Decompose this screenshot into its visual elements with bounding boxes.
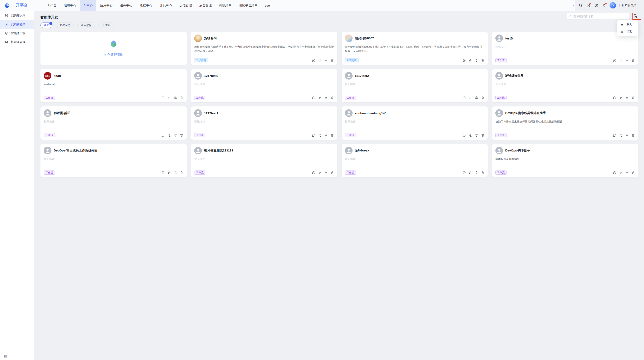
agent-card[interactable]: 知识问答0807 欢迎使用知识问答0807！我们基于《孔雀东南飞》《岳阳楼记》《… [342, 32, 488, 65]
comment-icon[interactable] [613, 96, 616, 100]
edit-icon[interactable] [619, 171, 622, 174]
settings-icon[interactable] [625, 96, 629, 100]
menu-item[interactable]: 流程中心 [136, 0, 156, 11]
delete-icon[interactable] [481, 133, 484, 137]
edit-icon[interactable] [168, 171, 171, 174]
delete-icon[interactable] [180, 171, 183, 174]
delete-icon[interactable] [632, 96, 635, 100]
filter-chip[interactable]: 销售教练 [77, 23, 95, 28]
comment-icon[interactable] [462, 59, 466, 62]
filter-chip[interactable]: 全部 ✓ [40, 23, 52, 28]
dropdown-item[interactable]: 导出 [617, 28, 638, 35]
agent-card[interactable]: 循环变量测试123123 暂无描述 工作流 [191, 144, 337, 177]
comment-icon[interactable] [312, 133, 316, 137]
help-icon[interactable] [594, 3, 598, 8]
menu-item[interactable]: 工作台 [43, 0, 60, 11]
settings-icon[interactable] [625, 59, 629, 62]
menu-item[interactable]: 运维管理 [176, 0, 196, 11]
agent-card[interactable]: 1217test3 暂无描述 工作流 [191, 69, 337, 102]
agent-card[interactable]: 1217test2 暂无描述 工作流 [342, 69, 488, 102]
edit-icon[interactable] [468, 133, 472, 137]
comment-icon[interactable] [462, 96, 466, 100]
delete-icon[interactable] [481, 59, 484, 62]
edit-icon[interactable] [468, 59, 472, 62]
assistant-avatar[interactable] [610, 2, 616, 9]
brand-logo[interactable]: 一开平台 [0, 3, 35, 8]
edit-icon[interactable] [468, 96, 472, 100]
settings-icon[interactable] [475, 59, 478, 62]
menu-overflow-chevron-icon[interactable]: › [573, 0, 574, 11]
agent-card[interactable]: DevOps-脚本助手 脚本检查及脚本编写。 工作流 [492, 144, 638, 177]
agent-card[interactable]: 宠物咨询 欢迎来到宠物咨询助手！我们致力于为您提供全面的宠物养护知识和专业建议。… [191, 32, 337, 65]
comment-icon[interactable] [613, 59, 616, 62]
search-input[interactable] [574, 15, 627, 18]
delete-icon[interactable] [632, 171, 635, 174]
collapse-sidebar-icon[interactable] [3, 355, 8, 359]
delete-icon[interactable] [330, 96, 334, 100]
settings-icon[interactable] [475, 171, 478, 174]
delete-icon[interactable] [330, 171, 334, 174]
agent-card[interactable]: GPL soab soabsoab 工作流 [40, 69, 186, 102]
delete-icon[interactable] [180, 133, 183, 137]
menu-item[interactable]: 测试平台菜单 [235, 0, 261, 11]
import-export-icon[interactable] [633, 14, 638, 19]
edit-icon[interactable] [168, 133, 171, 137]
delete-icon[interactable] [330, 133, 334, 137]
comment-icon[interactable] [161, 96, 165, 100]
delete-icon[interactable] [330, 59, 334, 62]
comment-icon[interactable] [312, 59, 316, 62]
comment-icon[interactable] [161, 133, 165, 137]
agent-card[interactable]: 稀饭粥-循环 暂无描述 工作流 [40, 106, 186, 140]
delete-icon[interactable] [481, 171, 484, 174]
menu-item[interactable]: 后台管理 [196, 0, 215, 11]
settings-icon[interactable] [475, 96, 478, 100]
menu-item[interactable]: 组织中心 [60, 0, 80, 11]
menu-item[interactable]: 应用中心 [96, 0, 116, 11]
user-area[interactable]: 租户管理员 [620, 4, 636, 7]
agent-card[interactable]: 1217test1 暂无描述 工作流 [191, 106, 337, 140]
sidebar-item[interactable]: 我的知识库 [0, 11, 34, 20]
comment-icon[interactable] [613, 133, 616, 137]
edit-icon[interactable] [619, 96, 622, 100]
filter-chip[interactable]: 知识问答 [56, 23, 74, 28]
settings-icon[interactable] [475, 133, 478, 137]
settings-icon[interactable] [324, 96, 328, 100]
create-agent-card[interactable]: + 创建智能体 [40, 32, 186, 65]
menu-item[interactable]: 开发中心 [156, 0, 176, 11]
settings-icon[interactable] [625, 171, 629, 174]
edit-icon[interactable] [318, 59, 322, 62]
comment-icon[interactable] [613, 171, 616, 174]
bell-icon[interactable] [602, 3, 606, 8]
filter-chip[interactable]: 工作流 [98, 23, 114, 28]
delete-icon[interactable] [481, 96, 484, 100]
agent-card[interactable]: xunhuanbianliang145 暂无描述 工作流 [342, 106, 488, 140]
settings-icon[interactable] [324, 133, 328, 137]
delete-icon[interactable] [632, 59, 635, 62]
delete-icon[interactable] [632, 133, 635, 137]
agent-card[interactable]: 循环break 暂无描述 工作流 [342, 144, 488, 177]
agent-card[interactable]: DevOps-流水线异常排查助手 协助用户排查流水线执行异常问题并优化流水线参数… [492, 106, 638, 140]
settings-icon[interactable] [324, 59, 328, 62]
settings-icon[interactable] [174, 171, 177, 174]
settings-icon[interactable] [625, 133, 629, 137]
sidebar-item[interactable]: AI 智能体广场 [0, 29, 34, 38]
agent-card[interactable]: 测试编译异常 暂无描述 工作流 [492, 69, 638, 102]
settings-icon[interactable] [324, 171, 328, 174]
comment-icon[interactable] [462, 171, 466, 174]
edit-icon[interactable] [619, 59, 622, 62]
sidebar-item[interactable]: 提示词管理 [0, 38, 34, 47]
comment-icon[interactable] [161, 171, 165, 174]
agent-card[interactable]: testD 暂无描述 工作流 [492, 32, 638, 65]
settings-icon[interactable] [174, 96, 177, 100]
edit-icon[interactable] [318, 171, 322, 174]
delete-icon[interactable] [180, 96, 183, 100]
menu-item[interactable]: 测试菜单 [215, 0, 235, 11]
dropdown-item[interactable]: 导入 [617, 21, 638, 28]
agent-card[interactable]: DevOps-项目成员工作负载分析 暂无描述 工作流 [40, 144, 186, 177]
edit-icon[interactable] [619, 133, 622, 137]
edit-icon[interactable] [468, 171, 472, 174]
menu-item[interactable]: AI中心 [80, 0, 96, 11]
edit-icon[interactable] [168, 96, 171, 100]
compose-icon[interactable] [586, 3, 590, 8]
search-icon[interactable] [578, 3, 583, 8]
